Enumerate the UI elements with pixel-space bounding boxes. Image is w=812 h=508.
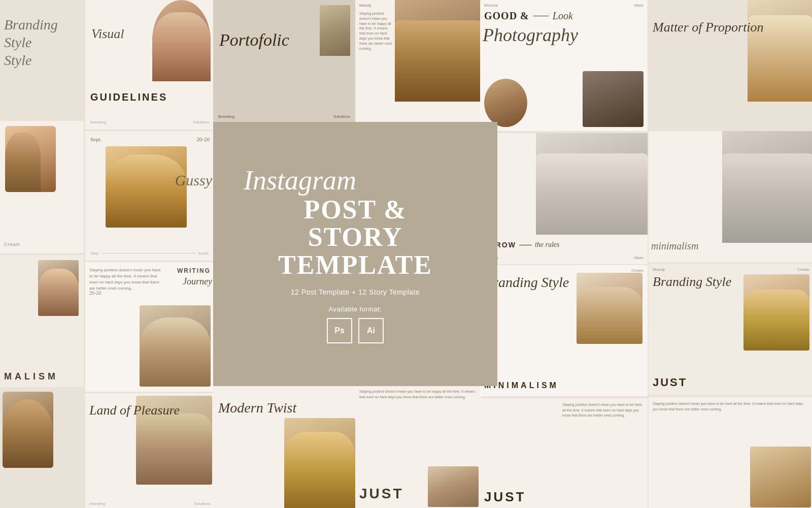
photography-script: Photography xyxy=(483,24,645,46)
fr3-just: JUST xyxy=(653,376,687,389)
just-title-mid-bot: JUST xyxy=(359,486,404,502)
hero-subtitle: 12 Post Template + 12 Story Template xyxy=(291,288,420,296)
card-visual-guidelines: Visual GUIDELINES branding Solutions xyxy=(85,0,215,130)
hero-title-line1: POST & xyxy=(303,195,407,224)
card-far-left-bottom xyxy=(0,389,84,508)
portofolic-script: Portofolic xyxy=(219,30,289,50)
card-good-look: Minimal Vibes GOOD & Look Photography xyxy=(480,0,648,131)
good-text: GOOD & xyxy=(484,10,529,22)
card-sept-gussy: Sept. 20-20 Gussy Stay tuned. xyxy=(85,131,215,261)
card2-date: Sept. xyxy=(90,136,101,142)
card3-date: 20-20 xyxy=(89,290,101,296)
card-writing-journey: Staying positive doesn't mean you have t… xyxy=(85,262,215,392)
vibes-label: Vibes xyxy=(633,3,644,8)
card-far-left-decorative: Branding Style Style xyxy=(0,0,86,122)
card-throw-rules: THROW the rules Minimal Vibes xyxy=(480,133,648,264)
card2-footer-stay: Stay xyxy=(90,251,98,256)
modern-twist-script: Modern Twist xyxy=(218,400,296,416)
fr4-body: Staying positive doesn't mean you have t… xyxy=(653,401,809,412)
card-far-right-minimalism: minimalism xyxy=(649,131,812,262)
card-land-of-pleasure: Land of Pleasure branding Solutions xyxy=(85,393,215,508)
card-far-left-mid: Cream xyxy=(0,121,84,253)
card3-writing: WRITING xyxy=(177,267,211,274)
card-modern-twist: Modern Twist xyxy=(213,385,355,508)
the-rules-text: the rules xyxy=(535,241,560,249)
script-branding-text: Branding Style Style xyxy=(4,15,86,69)
malism-title: MALISM xyxy=(4,371,80,382)
card-branding-minimalism: Moody Cream Branding Style MINIMALISM xyxy=(480,265,648,396)
hero-panel: Instagram POST & STORY TEMPLATE 12 Post … xyxy=(213,122,497,386)
card3-body: Staying positive doesn't mean you have t… xyxy=(89,267,164,292)
card-far-left-malism: MALISM xyxy=(0,255,84,387)
card-far-right-text: Staying positive doesn't mean you have t… xyxy=(649,397,812,508)
mid-bot-body: Staying positive doesn't mean you have t… xyxy=(359,389,477,400)
fr3-branding-script: Branding Style xyxy=(653,274,731,290)
right4-just: JUST xyxy=(484,489,526,505)
format-buttons-container: Ps Ai xyxy=(327,318,384,343)
card-right-just: Staying positive doesn't mean you have t… xyxy=(480,398,648,508)
portofolic-footer-right: Solutions xyxy=(333,114,350,119)
hero-title-line2: STORY xyxy=(308,223,402,251)
card-portofolic: Portofolic Branding Solutions xyxy=(213,0,355,123)
card3-journey: Journey xyxy=(183,276,212,287)
throw-vibes: Vibes xyxy=(633,256,644,260)
far-right-minimalism-script: minimalism xyxy=(651,240,698,252)
minimal-label: Minimal xyxy=(484,3,498,8)
card2-footer-tuned: tuned. xyxy=(198,251,210,256)
card1-footer-right: Solutions xyxy=(193,120,210,124)
portofolic-footer-left: Branding xyxy=(218,114,234,119)
branding-cream: Cream xyxy=(631,268,644,273)
card4-branding: branding xyxy=(89,501,105,506)
hero-title-line3: TEMPLATE xyxy=(278,250,432,279)
matter-proportion-script: Matter of Proportion xyxy=(653,20,764,35)
card-small-left: Cream xyxy=(4,242,82,247)
card-moody-cream: Moody Cream Staying positive doesn't mea… xyxy=(355,0,481,123)
fr3-cream: Cream xyxy=(797,267,809,272)
guidelines-title: GUIDELINES xyxy=(90,91,167,103)
card2-script: Gussy xyxy=(175,172,212,189)
hero-title-script: Instagram xyxy=(244,165,356,196)
moody-body: Staying positive doesn't mean you have t… xyxy=(359,11,392,51)
card4-solutions: Solutions xyxy=(194,501,211,506)
moody-label: Moody xyxy=(359,3,371,8)
card-mid-bot-just: Staying positive doesn't mean you have t… xyxy=(355,385,481,508)
hero-title-main: POST & STORY TEMPLATE xyxy=(278,196,432,279)
right4-body: Staying positive doesn't mean you have t… xyxy=(562,402,644,419)
card-far-right-branding: Moody Cream Branding Style JUST xyxy=(649,264,812,395)
format-label: Available format: xyxy=(328,305,382,313)
card4-script: Land of Pleasure xyxy=(89,403,180,418)
card1-footer-left: branding xyxy=(90,120,106,124)
fr3-moody: Moody xyxy=(653,267,665,272)
main-container: Branding Style Style Cream MALISM xyxy=(0,0,812,508)
format-ps-button[interactable]: Ps xyxy=(327,318,352,343)
format-ai-button[interactable]: Ai xyxy=(358,318,384,343)
visual-script: Visual xyxy=(91,26,124,42)
card-matter-proportion: Matter of Proportion xyxy=(649,0,812,130)
look-text: Look xyxy=(553,10,573,22)
card2-date2: 20-20 xyxy=(196,136,210,142)
